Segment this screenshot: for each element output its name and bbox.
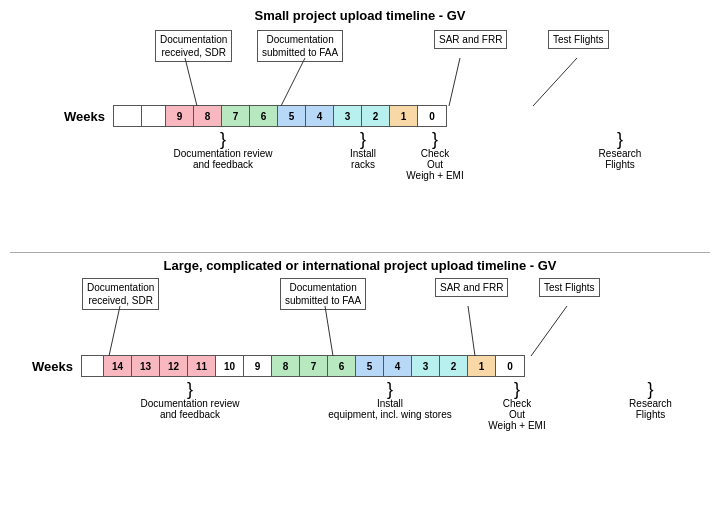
cell-top-1b: 1 — [390, 106, 418, 126]
ann-doc-received-top: Documentationreceived, SDR — [155, 30, 232, 62]
ann-doc-submitted-top: Documentationsubmitted to FAA — [257, 30, 343, 62]
cell-bot-5: 5 — [356, 356, 384, 376]
svg-line-2 — [449, 58, 460, 106]
cell-bot-6: 6 — [328, 356, 356, 376]
ann-sar-bottom: SAR and FRR — [435, 278, 508, 297]
svg-line-4 — [109, 306, 120, 356]
bottom-timeline-row: Weeks 14 13 12 11 10 9 8 7 6 5 4 3 2 1 0 — [28, 355, 525, 377]
bottom-section-title: Large, complicated or international proj… — [0, 258, 720, 273]
cell-top-8: 8 — [194, 106, 222, 126]
top-timeline-bar: 9 8 7 6 5 4 3 2 1 0 — [113, 105, 447, 127]
cell-top-1 — [142, 106, 166, 126]
cell-bot-14: 14 — [104, 356, 132, 376]
svg-line-7 — [531, 306, 567, 356]
ann-test-flights-top: Test Flights — [548, 30, 609, 49]
cell-bot-10: 10 — [216, 356, 244, 376]
brace-checkout-top: } CheckOutWeigh + EMI — [393, 130, 477, 181]
cell-bot-13: 13 — [132, 356, 160, 376]
cell-bot-0: 0 — [496, 356, 524, 376]
top-weeks-label: Weeks — [60, 109, 105, 124]
cell-bot-7: 7 — [300, 356, 328, 376]
ann-sar-top: SAR and FRR — [434, 30, 507, 49]
bottom-timeline-bar: 14 13 12 11 10 9 8 7 6 5 4 3 2 1 0 — [81, 355, 525, 377]
svg-line-6 — [468, 306, 475, 356]
brace-doc-review-top: } Documentation reviewand feedback — [113, 130, 333, 170]
cell-bot-empty — [82, 356, 104, 376]
svg-line-0 — [185, 58, 197, 106]
top-section-title: Small project upload timeline - GV — [0, 8, 720, 23]
brace-checkout-bottom: } CheckOutWeigh + EMI — [475, 380, 559, 431]
cell-top-3: 3 — [334, 106, 362, 126]
ann-doc-received-bottom: Documentationreceived, SDR — [82, 278, 159, 310]
svg-line-5 — [325, 306, 333, 356]
bottom-weeks-label: Weeks — [28, 359, 73, 374]
cell-top-2: 2 — [362, 106, 390, 126]
cell-top-5: 5 — [278, 106, 306, 126]
cell-top-0 — [114, 106, 142, 126]
cell-bot-11: 11 — [188, 356, 216, 376]
ann-test-flights-bottom: Test Flights — [539, 278, 600, 297]
brace-doc-review-bottom: } Documentation reviewand feedback — [75, 380, 305, 420]
svg-line-1 — [281, 58, 305, 106]
brace-research-top: } ResearchFlights — [590, 130, 650, 170]
ann-doc-submitted-bottom: Documentationsubmitted to FAA — [280, 278, 366, 310]
brace-install-bottom: } Installequipment, incl. wing stores — [305, 380, 475, 420]
cell-bot-9: 9 — [244, 356, 272, 376]
svg-line-3 — [533, 58, 577, 106]
brace-research-bottom: } ResearchFlights — [618, 380, 683, 420]
cell-bot-8: 8 — [272, 356, 300, 376]
cell-top-9: 9 — [166, 106, 194, 126]
cell-bot-12: 12 — [160, 356, 188, 376]
diagram-container: Small project upload timeline - GV Docum… — [0, 0, 720, 522]
cell-top-0b: 0 — [418, 106, 446, 126]
cell-top-6: 6 — [250, 106, 278, 126]
cell-bot-1: 1 — [468, 356, 496, 376]
cell-top-7: 7 — [222, 106, 250, 126]
section-divider — [10, 252, 710, 253]
cell-bot-3: 3 — [412, 356, 440, 376]
cell-bot-4: 4 — [384, 356, 412, 376]
top-timeline-row: Weeks 9 8 7 6 5 4 3 2 1 0 — [60, 105, 447, 127]
cell-top-4: 4 — [306, 106, 334, 126]
brace-install-top: } Installracks — [333, 130, 393, 170]
cell-bot-2: 2 — [440, 356, 468, 376]
